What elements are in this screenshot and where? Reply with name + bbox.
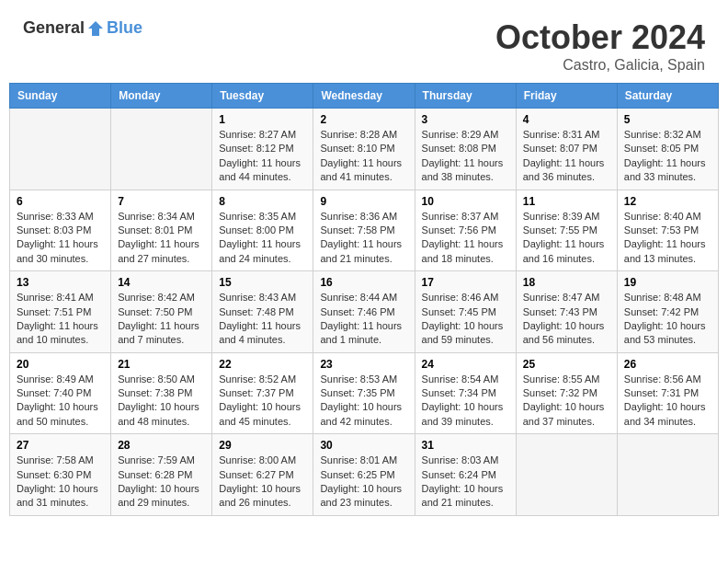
svg-marker-0 bbox=[88, 21, 103, 36]
day-info: Sunrise: 8:46 AMSunset: 7:45 PMDaylight:… bbox=[422, 291, 509, 348]
sunset-text: Sunset: 7:53 PM bbox=[624, 224, 711, 237]
day-number: 28 bbox=[118, 439, 205, 452]
sunset-text: Sunset: 7:43 PM bbox=[523, 305, 610, 319]
daylight-text: Daylight: 11 hours and 16 minutes. bbox=[523, 237, 610, 266]
daylight-text: Daylight: 11 hours and 30 minutes. bbox=[17, 237, 104, 266]
calendar-cell: 24Sunrise: 8:54 AMSunset: 7:34 PMDayligh… bbox=[415, 352, 516, 434]
day-number: 24 bbox=[422, 358, 509, 371]
day-info: Sunrise: 8:29 AMSunset: 8:08 PMDaylight:… bbox=[422, 128, 509, 185]
day-info: Sunrise: 8:31 AMSunset: 8:07 PMDaylight:… bbox=[523, 128, 610, 185]
day-number: 31 bbox=[422, 439, 509, 452]
sunset-text: Sunset: 8:03 PM bbox=[17, 224, 104, 237]
sunrise-text: Sunrise: 8:42 AM bbox=[118, 291, 205, 304]
sunrise-text: Sunrise: 8:34 AM bbox=[118, 210, 205, 224]
day-info: Sunrise: 8:33 AMSunset: 8:03 PMDaylight:… bbox=[17, 210, 104, 267]
daylight-text: Daylight: 10 hours and 21 minutes. bbox=[422, 482, 509, 511]
day-number: 22 bbox=[219, 358, 306, 371]
col-monday: Monday bbox=[111, 84, 212, 109]
calendar-cell bbox=[111, 109, 212, 190]
day-info: Sunrise: 7:58 AMSunset: 6:30 PMDaylight:… bbox=[17, 454, 104, 511]
day-info: Sunrise: 8:34 AMSunset: 8:01 PMDaylight:… bbox=[118, 210, 205, 267]
calendar-table: Sunday Monday Tuesday Wednesday Thursday… bbox=[9, 83, 719, 516]
sunset-text: Sunset: 6:25 PM bbox=[320, 468, 407, 482]
calendar-cell: 13Sunrise: 8:41 AMSunset: 7:51 PMDayligh… bbox=[10, 271, 111, 353]
sunset-text: Sunset: 7:34 PM bbox=[422, 386, 509, 400]
calendar-cell bbox=[516, 434, 617, 516]
sunrise-text: Sunrise: 8:00 AM bbox=[219, 454, 306, 467]
sunrise-text: Sunrise: 8:55 AM bbox=[523, 373, 610, 386]
daylight-text: Daylight: 11 hours and 38 minutes. bbox=[422, 156, 509, 185]
sunrise-text: Sunrise: 8:40 AM bbox=[624, 210, 711, 224]
logo-general: General bbox=[23, 18, 85, 38]
sunset-text: Sunset: 7:48 PM bbox=[219, 305, 306, 319]
sunrise-text: Sunrise: 8:29 AM bbox=[422, 128, 509, 142]
day-number: 16 bbox=[320, 276, 407, 289]
sunrise-text: Sunrise: 8:47 AM bbox=[523, 291, 610, 304]
sunrise-text: Sunrise: 8:33 AM bbox=[17, 210, 104, 224]
calendar-cell: 1Sunrise: 8:27 AMSunset: 8:12 PMDaylight… bbox=[212, 109, 313, 190]
day-info: Sunrise: 8:47 AMSunset: 7:43 PMDaylight:… bbox=[523, 291, 610, 348]
daylight-text: Daylight: 11 hours and 4 minutes. bbox=[219, 319, 306, 348]
sunset-text: Sunset: 7:32 PM bbox=[523, 386, 610, 400]
calendar-cell: 12Sunrise: 8:40 AMSunset: 7:53 PMDayligh… bbox=[617, 190, 718, 271]
day-number: 14 bbox=[118, 276, 205, 289]
sunrise-text: Sunrise: 8:32 AM bbox=[624, 128, 711, 142]
sunset-text: Sunset: 7:55 PM bbox=[523, 224, 610, 237]
day-number: 5 bbox=[624, 113, 711, 126]
daylight-text: Daylight: 10 hours and 31 minutes. bbox=[17, 482, 104, 511]
title-block: October 2024 Castro, Galicia, Spain bbox=[495, 18, 705, 74]
sunset-text: Sunset: 7:31 PM bbox=[624, 386, 711, 400]
sunrise-text: Sunrise: 8:01 AM bbox=[320, 454, 407, 467]
daylight-text: Daylight: 11 hours and 36 minutes. bbox=[523, 156, 610, 185]
calendar-cell: 4Sunrise: 8:31 AMSunset: 8:07 PMDaylight… bbox=[516, 109, 617, 190]
month-title: October 2024 bbox=[495, 18, 705, 57]
day-number: 13 bbox=[17, 276, 104, 289]
col-sunday: Sunday bbox=[10, 84, 111, 109]
day-info: Sunrise: 8:01 AMSunset: 6:25 PMDaylight:… bbox=[320, 454, 407, 511]
sunset-text: Sunset: 7:38 PM bbox=[118, 386, 205, 400]
calendar-cell: 5Sunrise: 8:32 AMSunset: 8:05 PMDaylight… bbox=[617, 109, 718, 190]
sunset-text: Sunset: 7:46 PM bbox=[320, 305, 407, 319]
col-saturday: Saturday bbox=[617, 84, 718, 109]
sunset-text: Sunset: 8:10 PM bbox=[320, 142, 407, 155]
calendar-cell: 6Sunrise: 8:33 AMSunset: 8:03 PMDaylight… bbox=[10, 190, 111, 271]
day-info: Sunrise: 8:28 AMSunset: 8:10 PMDaylight:… bbox=[320, 128, 407, 185]
day-number: 20 bbox=[17, 358, 104, 371]
sunset-text: Sunset: 6:28 PM bbox=[118, 468, 205, 482]
day-info: Sunrise: 8:55 AMSunset: 7:32 PMDaylight:… bbox=[523, 373, 610, 430]
calendar-cell: 10Sunrise: 8:37 AMSunset: 7:56 PMDayligh… bbox=[415, 190, 516, 271]
day-info: Sunrise: 8:37 AMSunset: 7:56 PMDaylight:… bbox=[422, 210, 509, 267]
day-info: Sunrise: 8:56 AMSunset: 7:31 PMDaylight:… bbox=[624, 373, 711, 430]
daylight-text: Daylight: 11 hours and 24 minutes. bbox=[219, 237, 306, 266]
sunset-text: Sunset: 7:58 PM bbox=[320, 224, 407, 237]
day-number: 4 bbox=[523, 113, 610, 126]
page-header: General Blue October 2024 Castro, Galici… bbox=[9, 9, 719, 78]
calendar-cell: 16Sunrise: 8:44 AMSunset: 7:46 PMDayligh… bbox=[313, 271, 415, 353]
sunrise-text: Sunrise: 8:03 AM bbox=[422, 454, 509, 467]
calendar-cell: 22Sunrise: 8:52 AMSunset: 7:37 PMDayligh… bbox=[212, 352, 313, 434]
logo-icon bbox=[86, 19, 105, 38]
sunrise-text: Sunrise: 8:36 AM bbox=[320, 210, 407, 224]
daylight-text: Daylight: 10 hours and 45 minutes. bbox=[219, 400, 306, 429]
calendar-cell bbox=[617, 434, 718, 516]
calendar-row-2: 6Sunrise: 8:33 AMSunset: 8:03 PMDaylight… bbox=[10, 190, 719, 271]
daylight-text: Daylight: 11 hours and 33 minutes. bbox=[624, 156, 711, 185]
day-number: 8 bbox=[219, 195, 306, 208]
daylight-text: Daylight: 11 hours and 10 minutes. bbox=[17, 319, 104, 348]
calendar-cell: 25Sunrise: 8:55 AMSunset: 7:32 PMDayligh… bbox=[516, 352, 617, 434]
daylight-text: Daylight: 10 hours and 39 minutes. bbox=[422, 400, 509, 429]
calendar-cell: 14Sunrise: 8:42 AMSunset: 7:50 PMDayligh… bbox=[111, 271, 212, 353]
day-info: Sunrise: 8:00 AMSunset: 6:27 PMDaylight:… bbox=[219, 454, 306, 511]
day-number: 19 bbox=[624, 276, 711, 289]
day-info: Sunrise: 8:48 AMSunset: 7:42 PMDaylight:… bbox=[624, 291, 711, 348]
sunrise-text: Sunrise: 8:44 AM bbox=[320, 291, 407, 304]
sunset-text: Sunset: 7:50 PM bbox=[118, 305, 205, 319]
sunset-text: Sunset: 8:01 PM bbox=[118, 224, 205, 237]
daylight-text: Daylight: 10 hours and 26 minutes. bbox=[219, 482, 306, 511]
sunrise-text: Sunrise: 8:41 AM bbox=[17, 291, 104, 304]
daylight-text: Daylight: 11 hours and 18 minutes. bbox=[422, 237, 509, 266]
day-number: 29 bbox=[219, 439, 306, 452]
sunrise-text: Sunrise: 7:59 AM bbox=[118, 454, 205, 467]
day-number: 6 bbox=[17, 195, 104, 208]
sunrise-text: Sunrise: 7:58 AM bbox=[17, 454, 104, 467]
